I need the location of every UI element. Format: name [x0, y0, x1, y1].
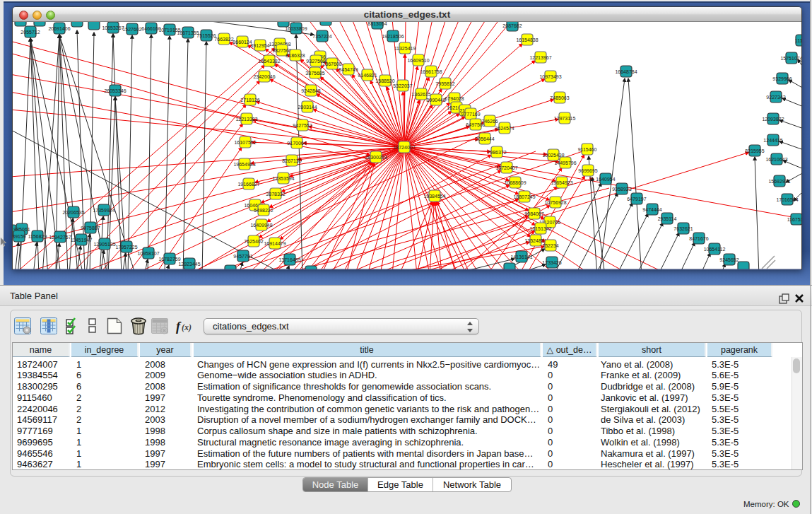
svg-text:3878332: 3878332: [266, 192, 285, 197]
svg-text:9699695: 9699695: [578, 168, 597, 173]
svg-text:16961758: 16961758: [420, 69, 442, 74]
svg-text:9329966: 9329966: [772, 76, 792, 81]
svg-text:12353594: 12353594: [272, 176, 294, 181]
svg-text:(x): (x): [182, 322, 192, 332]
svg-text:9975887: 9975887: [81, 226, 100, 230]
svg-text:11325419: 11325419: [394, 46, 416, 51]
svg-text:16671355: 16671355: [177, 30, 199, 35]
svg-text:7955812: 7955812: [435, 81, 454, 86]
svg-text:7986372: 7986372: [487, 150, 506, 155]
svg-text:16107552: 16107552: [234, 140, 256, 145]
svg-text:20691406: 20691406: [48, 26, 70, 31]
svg-text:8267130: 8267130: [282, 158, 301, 163]
svg-text:16210643: 16210643: [765, 157, 787, 162]
svg-text:10973493: 10973493: [539, 74, 561, 79]
svg-text:9457791: 9457791: [233, 254, 252, 259]
svg-text:13716485: 13716485: [278, 257, 300, 262]
svg-text:9358923: 9358923: [612, 187, 631, 192]
svg-text:2087682: 2087682: [502, 23, 522, 28]
svg-text:16648784: 16648784: [615, 69, 637, 74]
svg-text:9115460: 9115460: [578, 147, 597, 152]
svg-text:9245652: 9245652: [719, 257, 739, 262]
svg-text:15720407: 15720407: [495, 165, 517, 170]
svg-text:1167533: 1167533: [787, 217, 801, 222]
svg-text:8912954: 8912954: [250, 43, 269, 48]
svg-text:17957225: 17957225: [115, 245, 137, 250]
svg-text:9242848: 9242848: [301, 88, 320, 93]
svg-text:252234: 252234: [542, 243, 558, 248]
svg-text:746266: 746266: [481, 119, 498, 124]
svg-text:2055712: 2055712: [20, 30, 40, 35]
svg-text:39159: 39159: [13, 234, 26, 239]
svg-text:2935114: 2935114: [658, 216, 677, 221]
svg-text:9227342: 9227342: [766, 95, 785, 100]
svg-text:9474444: 9474444: [642, 207, 661, 212]
svg-text:14136141: 14136141: [510, 255, 532, 259]
svg-text:11451947: 11451947: [71, 238, 93, 243]
svg-text:1588520: 1588520: [375, 78, 394, 83]
svg-text:10958107: 10958107: [137, 251, 159, 256]
svg-text:16914479: 16914479: [264, 241, 286, 246]
svg-text:12923445: 12923445: [178, 262, 200, 267]
svg-text:6479197: 6479197: [627, 197, 646, 201]
svg-text:16543382: 16543382: [258, 59, 280, 64]
svg-text:5498222: 5498222: [254, 208, 273, 213]
svg-text:19218506: 19218506: [382, 34, 404, 39]
svg-text:16782759: 16782759: [158, 257, 180, 262]
svg-text:3624574: 3624574: [495, 126, 514, 131]
svg-text:5322037: 5322037: [393, 83, 412, 88]
svg-text:8215955: 8215955: [745, 148, 764, 153]
svg-text:12942757: 12942757: [49, 235, 71, 240]
svg-text:9827509: 9827509: [272, 48, 291, 53]
svg-text:1244415: 1244415: [763, 138, 782, 143]
svg-text:8186328: 8186328: [286, 53, 305, 58]
svg-text:2056444: 2056444: [475, 136, 494, 141]
svg-text:16154838: 16154838: [516, 37, 538, 42]
svg-text:16409510: 16409510: [407, 58, 429, 63]
svg-text:7663822: 7663822: [214, 37, 233, 42]
svg-text:10653267: 10653267: [102, 25, 124, 30]
svg-text:17359924: 17359924: [93, 208, 114, 213]
svg-text:12093872: 12093872: [762, 117, 784, 122]
svg-text:3875685: 3875685: [305, 71, 324, 76]
svg-text:23420046: 23420046: [253, 74, 275, 79]
svg-text:2718126: 2718126: [240, 98, 259, 103]
svg-text:19654923: 19654923: [551, 180, 572, 185]
svg-text:8813054: 8813054: [367, 22, 387, 26]
svg-text:7485063: 7485063: [550, 95, 569, 100]
svg-text:9084067: 9084067: [524, 211, 543, 216]
svg-text:15751074: 15751074: [780, 56, 801, 61]
svg-text:10688609: 10688609: [504, 180, 526, 185]
svg-text:26053346: 26053346: [104, 88, 126, 93]
svg-text:10756928: 10756928: [544, 200, 566, 205]
svg-text:12213383: 12213383: [235, 117, 257, 122]
svg-text:9777169: 9777169: [461, 112, 480, 117]
svg-text:12973115: 12973115: [554, 116, 576, 121]
svg-text:10025438: 10025438: [542, 153, 564, 158]
svg-text:12213967: 12213967: [529, 55, 551, 60]
svg-text:18807249: 18807249: [513, 194, 535, 199]
svg-text:8660124: 8660124: [233, 40, 252, 45]
svg-text:19166827: 19166827: [237, 182, 259, 187]
svg-text:20206535: 20206535: [62, 210, 84, 215]
svg-text:12905135: 12905135: [93, 242, 115, 247]
svg-text:16151342: 16151342: [529, 226, 551, 231]
svg-text:1527602: 1527602: [122, 27, 141, 32]
svg-text:8471676: 8471676: [689, 236, 708, 241]
svg-text:2803144: 2803144: [298, 105, 317, 110]
svg-text:19384554: 19384554: [423, 194, 445, 199]
svg-text:7625402: 7625402: [244, 239, 263, 244]
svg-text:18724007: 18724007: [393, 145, 415, 150]
svg-text:9146821: 9146821: [358, 73, 377, 78]
svg-text:14495796: 14495796: [554, 160, 576, 165]
svg-text:1640954: 1640954: [596, 177, 615, 182]
svg-text:11124: 11124: [795, 38, 801, 43]
svg-text:16409948: 16409948: [250, 223, 272, 228]
svg-text:16033809: 16033809: [285, 26, 307, 31]
svg-text:7632621: 7632621: [673, 226, 693, 231]
svg-text:2367608: 2367608: [322, 62, 341, 66]
svg-text:17016504: 17016504: [776, 197, 798, 202]
svg-text:19654983: 19654983: [233, 162, 255, 167]
svg-text:1156829: 1156829: [28, 234, 47, 239]
svg-text:28300293: 28300293: [365, 155, 387, 160]
